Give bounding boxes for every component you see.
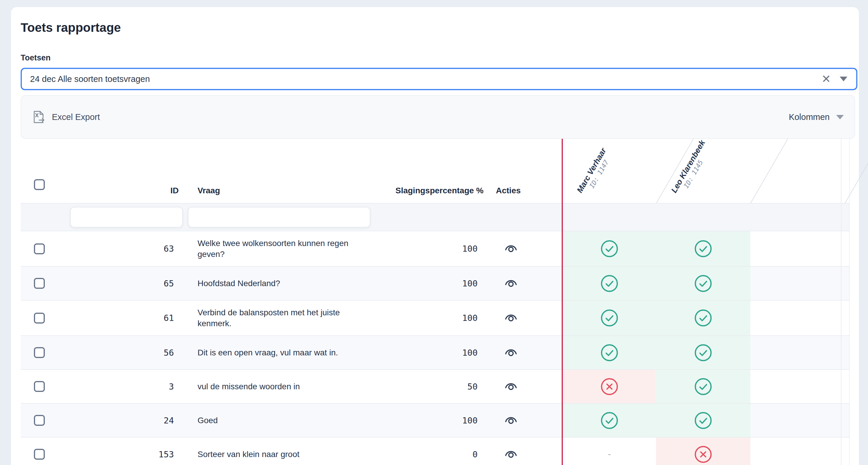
view-question-button[interactable] (504, 243, 518, 253)
view-question-button[interactable] (504, 347, 518, 357)
view-question-button[interactable] (504, 449, 518, 459)
row-checkbox-cell (21, 415, 65, 426)
actions-cell (489, 278, 562, 289)
correct-icon (694, 411, 712, 430)
student-result-cell (656, 336, 750, 369)
row-checkbox[interactable] (34, 243, 45, 254)
pass-percentage: 100 (377, 416, 489, 426)
kolommen-label: Kolommen (789, 112, 830, 122)
empty-cell (750, 231, 841, 266)
student-result-cell (563, 370, 656, 403)
gutter-cell (841, 301, 850, 335)
student-header-marc-verhaar: Marc Verhaar ID: 1147 (575, 146, 615, 198)
report-card: Toets rapportage Toetsen 24 dec Alle soo… (11, 7, 859, 465)
select-all-cell (21, 179, 65, 203)
column-header-acties: Acties (489, 186, 562, 203)
id-filter-input[interactable] (70, 207, 183, 228)
question-text: Sorteer van klein naar groot (183, 442, 377, 465)
excel-export-button[interactable]: Excel Export (32, 110, 100, 124)
row-checkbox-cell (21, 347, 65, 358)
student-result-cell (656, 267, 750, 300)
pass-percentage: 100 (377, 244, 489, 254)
header-diagonal-divider (750, 139, 788, 203)
pass-percentage: 0 (377, 450, 489, 459)
toets-select[interactable]: 24 dec Alle soorten toetsvragen ✕ (21, 68, 857, 90)
question-id: 65 (65, 278, 183, 289)
gutter-cell (841, 267, 850, 300)
correct-icon (694, 377, 712, 396)
question-text: vul de missende woorden in (183, 374, 377, 398)
clear-selection-icon[interactable]: ✕ (822, 73, 831, 85)
empty-cell (750, 336, 841, 369)
question-text: Welke twee wolkensoorten kunnen regen ge… (183, 231, 377, 266)
actions-cell (489, 347, 562, 358)
no-result-dash: - (607, 450, 612, 459)
actions-cell (489, 415, 562, 426)
question-id: 153 (65, 450, 183, 459)
eye-icon (504, 415, 518, 425)
empty-cell (750, 404, 841, 437)
row-checkbox[interactable] (34, 278, 45, 289)
eye-icon (504, 278, 518, 288)
student-result-cell (563, 301, 656, 335)
page: { "colors": { "select_border": "#4285f4"… (0, 0, 868, 465)
student-result-cell (656, 404, 750, 437)
results-table: ID Vraag Slagingspercentage % Acties Mar… (21, 139, 850, 465)
row-checkbox[interactable] (34, 347, 45, 358)
table-row: 3vul de missende woorden in50 (21, 369, 850, 403)
student-result-cell (563, 404, 656, 437)
gutter-cell (841, 404, 850, 437)
row-checkbox-cell (21, 278, 65, 289)
column-header-vraag: Vraag (183, 186, 377, 203)
student-result-cell (656, 370, 750, 403)
pass-percentage: 100 (377, 348, 489, 358)
student-result-cell (563, 267, 656, 300)
actions-cell (489, 449, 562, 460)
question-text: Dit is een open vraag, vul maar wat in. (183, 341, 377, 365)
view-question-button[interactable] (504, 312, 518, 322)
empty-cell (750, 370, 841, 403)
table-row: 63Welke twee wolkensoorten kunnen regen … (21, 231, 850, 266)
question-id: 56 (65, 348, 183, 358)
vraag-filter-input[interactable] (188, 207, 370, 228)
kolommen-button[interactable]: Kolommen (789, 112, 844, 122)
excel-export-icon (32, 110, 45, 124)
empty-cell (750, 301, 841, 335)
correct-icon (694, 240, 712, 258)
table-row: 65Hoofdstad Nederland?100 (21, 266, 850, 300)
correct-icon (694, 274, 712, 293)
pass-percentage: 100 (377, 278, 489, 289)
student-result-cell (656, 301, 750, 335)
row-checkbox-cell (21, 381, 65, 392)
chevron-down-icon (836, 115, 844, 119)
filter-cell-id (65, 207, 183, 228)
row-checkbox-cell (21, 243, 65, 254)
view-question-button[interactable] (504, 415, 518, 425)
eye-icon (504, 312, 518, 322)
eye-icon (504, 381, 518, 391)
view-question-button[interactable] (504, 381, 518, 391)
table-row: 24Goed100 (21, 403, 850, 437)
select-all-checkbox[interactable] (34, 179, 45, 190)
row-checkbox[interactable] (34, 381, 45, 392)
row-checkbox-cell (21, 449, 65, 460)
incorrect-icon (600, 377, 619, 396)
student-columns-marker-line (562, 139, 563, 465)
column-header-id: ID (65, 186, 183, 203)
incorrect-icon (694, 445, 712, 464)
row-checkbox[interactable] (34, 313, 45, 324)
toets-select-value: 24 dec Alle soorten toetsvragen (30, 74, 150, 84)
pass-percentage: 50 (377, 381, 489, 392)
student-result-cell (563, 336, 656, 369)
chevron-down-icon[interactable] (840, 77, 847, 81)
view-question-button[interactable] (504, 278, 518, 288)
page-title: Toets rapportage (21, 21, 849, 35)
row-checkbox[interactable] (34, 449, 45, 460)
correct-icon (600, 411, 619, 430)
actions-cell (489, 243, 562, 254)
empty-cell (750, 438, 841, 465)
filter-cell-vraag (183, 207, 377, 228)
toetsen-label: Toetsen (21, 53, 849, 63)
row-checkbox[interactable] (34, 415, 45, 426)
actions-cell (489, 312, 562, 324)
